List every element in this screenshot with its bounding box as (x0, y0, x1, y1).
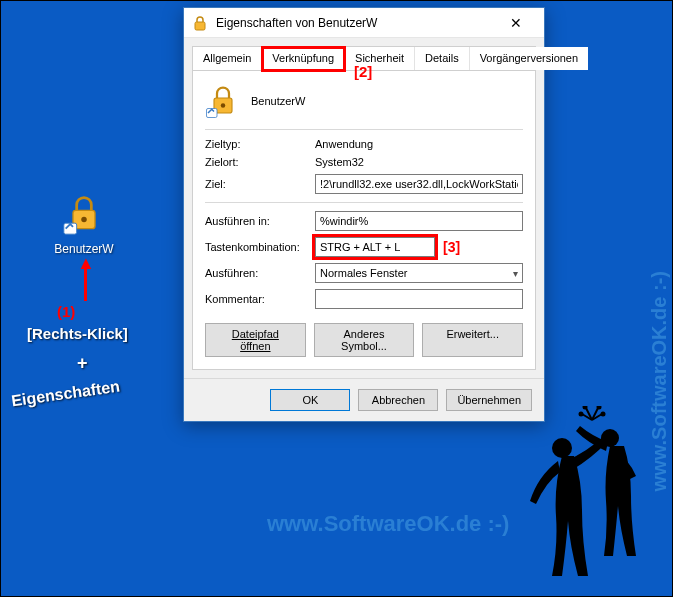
abbrechen-button[interactable]: Abbrechen (358, 389, 438, 411)
chevron-down-icon: ▾ (513, 268, 518, 279)
zieltyp-value: Anwendung (315, 138, 523, 150)
anderes-symbol-button[interactable]: Anderes Symbol... (314, 323, 415, 357)
svg-point-12 (579, 412, 584, 417)
ausfuehren-value: Normales Fenster (320, 267, 407, 279)
annotation-3: [3] (443, 239, 460, 255)
tab-vorgaengerversionen[interactable]: Vorgängerversionen (470, 47, 588, 70)
desktop-shortcut[interactable]: BenutzerW (39, 189, 129, 256)
annotation-2: [2] (354, 63, 372, 80)
zielort-value: System32 (315, 156, 523, 168)
kommentar-input[interactable] (315, 289, 523, 309)
tab-panel: BenutzerW Zieltyp: Anwendung Zielort: Sy… (192, 70, 536, 370)
divider (205, 129, 523, 130)
tastenkombination-label: Tastenkombination: (205, 241, 315, 253)
kommentar-label: Kommentar: (205, 293, 315, 305)
annotation-plus: + (77, 353, 88, 374)
lock-icon (59, 189, 109, 239)
ziel-input[interactable] (315, 174, 523, 194)
ausfuehren-combobox[interactable]: Normales Fenster ▾ (315, 263, 523, 283)
annotation-rightclick: [Rechts-Klick] (27, 325, 128, 342)
dateipfad-oeffnen-button[interactable]: Dateipfad öffnen (205, 323, 306, 357)
svg-point-11 (601, 412, 606, 417)
tastenkombination-input[interactable] (315, 237, 435, 257)
svg-point-3 (552, 438, 572, 458)
ausfuehren-label: Ausführen: (205, 267, 315, 279)
watermark-bottom: www.SoftwareOK.de :-) (267, 511, 509, 537)
dialog-button-bar: OK Abbrechen Übernehmen (184, 378, 544, 421)
svg-point-1 (81, 217, 87, 223)
shortcut-header: BenutzerW (205, 83, 523, 119)
dialog-content: Allgemein Verknüpfung Sicherheit Details… (184, 38, 544, 378)
ziel-label: Ziel: (205, 178, 315, 190)
svg-rect-13 (195, 22, 205, 30)
titlebar[interactable]: Eigenschaften von BenutzerW ✕ (184, 8, 544, 38)
ok-button[interactable]: OK (270, 389, 350, 411)
annotation-properties: Eigenschaften (10, 377, 121, 410)
zielort-label: Zielort: (205, 156, 315, 168)
lock-icon (205, 83, 241, 119)
erweitert-button[interactable]: Erweitert... (422, 323, 523, 357)
divider (205, 202, 523, 203)
close-button[interactable]: ✕ (496, 9, 536, 37)
annotation-1: (1) (57, 303, 75, 320)
arrow-shaft (84, 265, 87, 301)
ausfuehren-in-label: Ausführen in: (205, 215, 315, 227)
dialog-title: Eigenschaften von BenutzerW (216, 16, 496, 30)
tab-details[interactable]: Details (415, 47, 470, 70)
shortcut-name: BenutzerW (251, 95, 305, 107)
tab-verknuepfung[interactable]: Verknüpfung (262, 47, 345, 71)
tab-allgemein[interactable]: Allgemein (193, 47, 262, 70)
close-icon: ✕ (510, 15, 522, 31)
zieltyp-label: Zieltyp: (205, 138, 315, 150)
uebernehmen-button[interactable]: Übernehmen (446, 389, 532, 411)
lock-icon (192, 15, 208, 31)
action-button-row: Dateipfad öffnen Anderes Symbol... Erwei… (205, 323, 523, 357)
svg-point-15 (221, 103, 226, 108)
silhouette-figures (514, 406, 654, 586)
ausfuehren-in-input[interactable] (315, 211, 523, 231)
